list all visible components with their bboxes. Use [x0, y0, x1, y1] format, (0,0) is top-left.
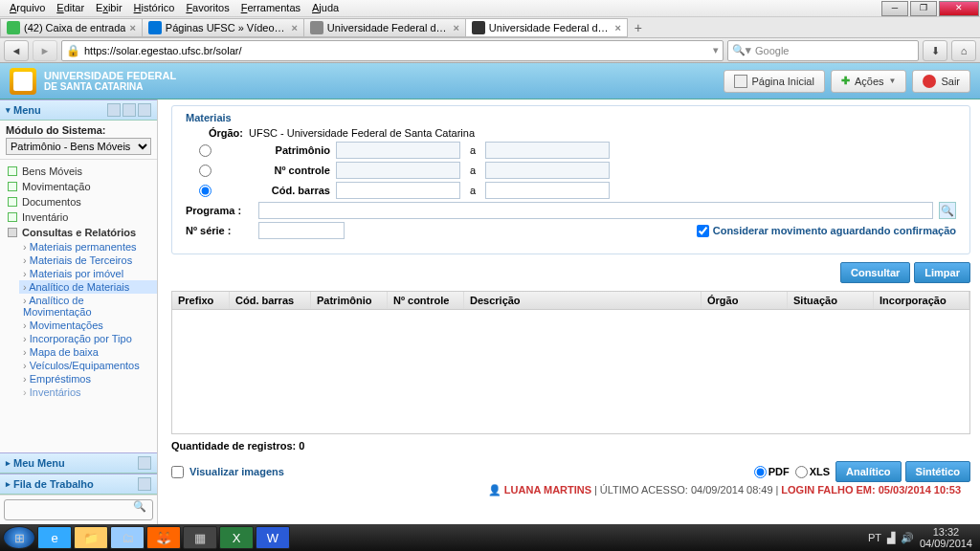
considerar-checkbox[interactable] [697, 225, 709, 237]
taskbar-excel-icon[interactable]: X [219, 526, 254, 549]
panel-tool-icon[interactable] [107, 103, 121, 117]
fila-trabalho-header[interactable]: ▸Fila de Trabalho [0, 474, 157, 495]
language-indicator[interactable]: PT [868, 532, 881, 543]
col-patrimonio[interactable]: Patrimônio [311, 292, 388, 309]
sublink-2[interactable]: Materiais por imóvel [19, 267, 157, 280]
menu-favoritos[interactable]: Favoritos [180, 0, 234, 16]
home-button[interactable]: ⌂ [951, 40, 976, 61]
window-minimize[interactable]: ─ [881, 1, 908, 16]
analitico-button[interactable]: Analítico [835, 461, 901, 482]
col-descricao[interactable]: Descrição [464, 292, 702, 309]
sintetico-button[interactable]: Sintético [905, 461, 970, 482]
taskbar-word-icon[interactable]: W [256, 526, 290, 549]
browser-tabbar: (42) Caixa de entrada× Páginas UFSC » Ví… [0, 17, 980, 38]
url-input[interactable] [84, 45, 713, 56]
menu-ferramentas[interactable]: Ferramentas [235, 0, 306, 16]
window-close[interactable]: ✕ [939, 1, 979, 16]
sublink-6[interactable]: Incorporação por Tipo [19, 332, 157, 345]
nav-documentos[interactable]: Documentos [0, 194, 157, 209]
panel-tool-icon[interactable] [122, 103, 136, 117]
col-prefixo[interactable]: Prefixo [172, 292, 230, 309]
tab-0[interactable]: (42) Caixa de entrada× [0, 18, 143, 37]
module-section: Módulo do Sistema: Patrimônio - Bens Móv… [0, 121, 157, 160]
sublink-3[interactable]: Analítico de Materiais [19, 280, 157, 294]
nav-movimentacao[interactable]: Movimentação [0, 179, 157, 194]
ncontrole-from-input[interactable] [336, 162, 460, 179]
flag-icon[interactable]: ▟ [887, 532, 895, 544]
sublink-5[interactable]: Movimentações [19, 319, 157, 332]
menu-exibir[interactable]: Exibir [90, 0, 128, 16]
col-ncontrole[interactable]: Nº controle [388, 292, 464, 309]
radio-pdf[interactable] [754, 466, 767, 478]
taskbar-app-icon[interactable]: ▦ [183, 526, 217, 549]
close-icon[interactable]: × [453, 22, 458, 33]
module-select[interactable]: Patrimônio - Bens Móveis [6, 138, 151, 155]
refresh-icon[interactable] [138, 477, 151, 491]
col-codbarras[interactable]: Cód. barras [230, 292, 311, 309]
menu-historico[interactable]: Histórico [128, 0, 181, 16]
radio-codbarras[interactable] [199, 185, 212, 197]
menu-editar[interactable]: Editar [51, 0, 90, 16]
actions-button[interactable]: ✚Ações▼ [831, 70, 907, 93]
home-page-button[interactable]: Página Inicial [724, 70, 825, 93]
lookup-icon[interactable]: 🔍 [939, 202, 956, 219]
clock[interactable]: 13:3204/09/2014 [920, 526, 972, 549]
limpar-button[interactable]: Limpar [914, 262, 970, 283]
start-button[interactable]: ⊞ [3, 526, 35, 549]
consultar-button[interactable]: Consultar [840, 262, 910, 283]
system-tray[interactable]: PT ▟ 🔊 13:3204/09/2014 [868, 526, 978, 549]
sublink-1[interactable]: Materiais de Terceiros [19, 253, 157, 267]
dropdown-icon[interactable]: ▾ [713, 44, 719, 56]
nav-inventario[interactable]: Inventário [0, 209, 157, 225]
taskbar-explorer-icon[interactable]: 📁 [74, 526, 108, 549]
tab-3[interactable]: Universidade Federal de Sa...× [465, 18, 628, 37]
taskbar-ie-icon[interactable]: e [37, 526, 72, 549]
nav-bens-moveis[interactable]: Bens Móveis [0, 164, 157, 179]
col-situacao[interactable]: Situação [788, 292, 874, 309]
refresh-icon[interactable] [138, 456, 151, 470]
back-button[interactable]: ◄ [4, 40, 29, 61]
nav-consultas[interactable]: Consultas e Relatórios [0, 225, 157, 240]
sublink-8[interactable]: Veículos/Equipamentos [19, 359, 157, 372]
address-bar[interactable]: 🔒 ▾ [61, 40, 724, 61]
downloads-button[interactable]: ⬇ [923, 40, 947, 61]
codbarras-from-input[interactable] [336, 182, 460, 199]
tab-1[interactable]: Páginas UFSC » Vídeo-tuto...× [142, 18, 304, 37]
programa-input[interactable] [258, 202, 933, 219]
radio-xls[interactable] [795, 466, 808, 478]
taskbar-folder-icon[interactable]: 🗂 [110, 526, 145, 549]
sound-icon[interactable]: 🔊 [901, 532, 914, 544]
codbarras-to-input[interactable] [485, 182, 610, 199]
nserie-input[interactable] [258, 222, 345, 239]
col-incorporacao[interactable]: Incorporação [874, 292, 969, 309]
search-field[interactable]: 🔍 ▾ Google [727, 40, 919, 61]
menu-ajuda[interactable]: Ajuda [306, 0, 345, 16]
search-input[interactable]: 🔍 [4, 499, 153, 520]
window-restore[interactable]: ❐ [910, 1, 937, 16]
menu-arquivo[interactable]: Arquivo [4, 0, 51, 16]
taskbar-firefox-icon[interactable]: 🦊 [146, 526, 181, 549]
sublink-4[interactable]: Analítico de Movimentação [19, 294, 157, 319]
close-icon[interactable]: × [614, 22, 620, 33]
new-tab-button[interactable]: + [627, 20, 650, 35]
sublink-10[interactable]: Inventários [19, 386, 157, 399]
logout-button[interactable]: Sair [912, 70, 970, 93]
visualizar-imagens-checkbox[interactable] [171, 466, 184, 478]
tab-2[interactable]: Universidade Federal de Sa...× [303, 18, 466, 37]
sublink-0[interactable]: Materiais permanentes [19, 240, 157, 253]
radio-patrimonio[interactable] [199, 144, 212, 157]
patrimonio-to-input[interactable] [485, 142, 610, 159]
forward-button[interactable]: ► [33, 40, 57, 61]
grid-body [172, 310, 969, 433]
radio-ncontrole[interactable] [199, 165, 212, 177]
close-icon[interactable]: × [129, 22, 135, 33]
menu-panel-header[interactable]: ▾Menu [0, 99, 157, 121]
sublink-7[interactable]: Mapa de baixa [19, 345, 157, 359]
close-icon[interactable]: × [291, 22, 297, 33]
sublink-9[interactable]: Empréstimos [19, 372, 157, 386]
meu-menu-header[interactable]: ▸Meu Menu [0, 452, 157, 474]
panel-tool-icon[interactable] [138, 103, 151, 117]
col-orgao[interactable]: Órgão [702, 292, 788, 309]
ncontrole-to-input[interactable] [485, 162, 610, 179]
patrimonio-from-input[interactable] [336, 142, 460, 159]
